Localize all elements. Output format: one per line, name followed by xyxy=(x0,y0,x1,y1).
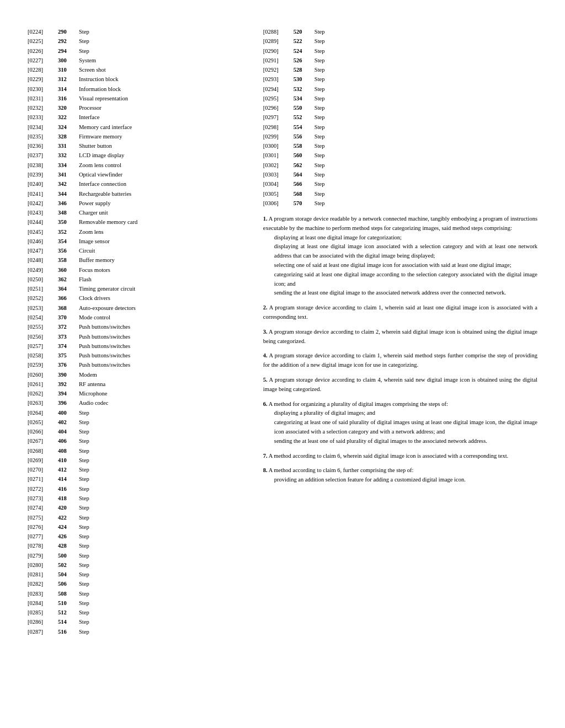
ref-entry: [0300]558Step xyxy=(263,142,537,151)
ref-code: 534 xyxy=(294,94,315,103)
ref-entry: [0257]374Push buttons/switches xyxy=(28,342,252,351)
ref-bracket-num: [0296] xyxy=(263,104,294,113)
ref-bracket-num: [0251] xyxy=(28,285,58,293)
ref-code: 404 xyxy=(58,427,79,436)
ref-entry: [0276]424Step xyxy=(28,523,252,532)
ref-label: Step xyxy=(315,123,537,132)
claim: 5. A program storage device according to… xyxy=(263,376,537,394)
ref-bracket-num: [0306] xyxy=(263,199,294,208)
ref-bracket-num: [0281] xyxy=(28,570,58,579)
ref-entry: [0267]406Step xyxy=(28,437,252,446)
ref-code: 570 xyxy=(294,199,315,208)
ref-code: 558 xyxy=(294,142,315,151)
ref-code: 376 xyxy=(58,361,79,370)
ref-bracket-num: [0249] xyxy=(28,266,58,275)
ref-code: 556 xyxy=(294,132,315,141)
ref-bracket-num: [0287] xyxy=(28,628,58,636)
ref-bracket-num: [0229] xyxy=(28,75,58,84)
ref-label: Shutter button xyxy=(79,142,252,151)
ref-code: 364 xyxy=(58,285,79,293)
ref-bracket-num: [0257] xyxy=(28,342,58,351)
claim: 8. A method according to claim 6, furthe… xyxy=(263,466,537,485)
ref-bracket-num: [0227] xyxy=(28,56,58,65)
ref-label: Step xyxy=(79,504,252,512)
ref-entry: [0244]350Removable memory card xyxy=(28,218,252,227)
ref-bracket-num: [0267] xyxy=(28,437,58,446)
ref-label: Information block xyxy=(79,85,252,94)
ref-code: 524 xyxy=(294,47,315,56)
ref-label: Push buttons/switches xyxy=(79,323,252,331)
ref-bracket-num: [0299] xyxy=(263,132,294,141)
ref-entry: [0253]368Auto-exposure detectors xyxy=(28,304,252,313)
ref-bracket-num: [0294] xyxy=(263,85,294,94)
ref-bracket-num: [0291] xyxy=(263,56,294,65)
ref-code: 290 xyxy=(58,28,79,36)
ref-entry: [0278]428Step xyxy=(28,542,252,550)
ref-label: Push buttons/switches xyxy=(79,333,252,341)
ref-bracket-num: [0295] xyxy=(263,94,294,103)
ref-entry: [0291]526Step xyxy=(263,56,537,65)
ref-entry: [0288]520Step xyxy=(263,28,537,36)
ref-bracket-num: [0253] xyxy=(28,304,58,313)
ref-entry: [0262]394Microphone xyxy=(28,389,252,398)
ref-code: 406 xyxy=(58,437,79,446)
ref-bracket-num: [0286] xyxy=(28,618,58,627)
ref-bracket-num: [0260] xyxy=(28,371,58,379)
claim-sub-item: selecting one of said at least one digit… xyxy=(274,261,537,270)
ref-code: 552 xyxy=(294,113,315,122)
ref-bracket-num: [0288] xyxy=(263,28,294,36)
ref-label: Audio codec xyxy=(79,399,252,408)
ref-entry: [0271]414Step xyxy=(28,475,252,484)
ref-label: Step xyxy=(315,66,537,74)
ref-code: 500 xyxy=(58,552,79,560)
ref-label: Timing generator circuit xyxy=(79,285,252,293)
claim-sub-item: displaying at least one digital image ic… xyxy=(274,242,537,261)
ref-entry: [0295]534Step xyxy=(263,94,537,103)
ref-entry: [0284]510Step xyxy=(28,599,252,608)
ref-bracket-num: [0302] xyxy=(263,161,294,170)
ref-entry: [0259]376Push buttons/switches xyxy=(28,361,252,370)
ref-entry: [0266]404Step xyxy=(28,427,252,436)
ref-bracket-num: [0254] xyxy=(28,313,58,322)
ref-label: Step xyxy=(315,142,537,151)
claim-sub-item: displaying a plurality of digital images… xyxy=(274,409,537,418)
ref-code: 310 xyxy=(58,66,79,74)
ref-label: Push buttons/switches xyxy=(79,361,252,370)
ref-code: 372 xyxy=(58,323,79,331)
ref-label: Step xyxy=(79,532,252,541)
ref-entry: [0225]292Step xyxy=(28,37,252,46)
claim: 7. A method according to claim 6, wherei… xyxy=(263,452,537,461)
ref-bracket-num: [0232] xyxy=(28,104,58,113)
claim-number: 3. xyxy=(263,329,268,335)
ref-entry: [0258]375Push buttons/switches xyxy=(28,351,252,360)
ref-label: Step xyxy=(315,94,537,103)
ref-label: Step xyxy=(315,56,537,65)
ref-label: Optical viewfinder xyxy=(79,170,252,179)
ref-code: 334 xyxy=(58,161,79,170)
ref-code: 554 xyxy=(294,123,315,132)
ref-label: System xyxy=(79,56,252,65)
ref-label: Interface xyxy=(79,113,252,122)
ref-bracket-num: [0277] xyxy=(28,532,58,541)
ref-code: 408 xyxy=(58,447,79,456)
ref-code: 346 xyxy=(58,199,79,208)
ref-label: Auto-exposure detectors xyxy=(79,304,252,313)
ref-bracket-num: [0300] xyxy=(263,142,294,151)
ref-code: 394 xyxy=(58,389,79,398)
ref-bracket-num: [0259] xyxy=(28,361,58,370)
ref-entry: [0297]552Step xyxy=(263,113,537,122)
ref-bracket-num: [0276] xyxy=(28,523,58,532)
ref-label: Step xyxy=(315,85,537,94)
ref-code: 424 xyxy=(58,523,79,532)
claim-sub-item: categorizing said at least one digital i… xyxy=(274,270,537,289)
ref-code: 294 xyxy=(58,47,79,56)
ref-entry: [0248]358Buffer memory xyxy=(28,256,252,265)
ref-bracket-num: [0237] xyxy=(28,151,58,160)
ref-label: Interface connection xyxy=(79,180,252,189)
ref-entry: [0235]328Firmware memory xyxy=(28,132,252,141)
ref-label: Step xyxy=(79,418,252,427)
ref-entry: [0306]570Step xyxy=(263,199,537,208)
ref-label: Removable memory card xyxy=(79,218,252,227)
ref-entry: [0298]554Step xyxy=(263,123,537,132)
ref-bracket-num: [0235] xyxy=(28,132,58,141)
